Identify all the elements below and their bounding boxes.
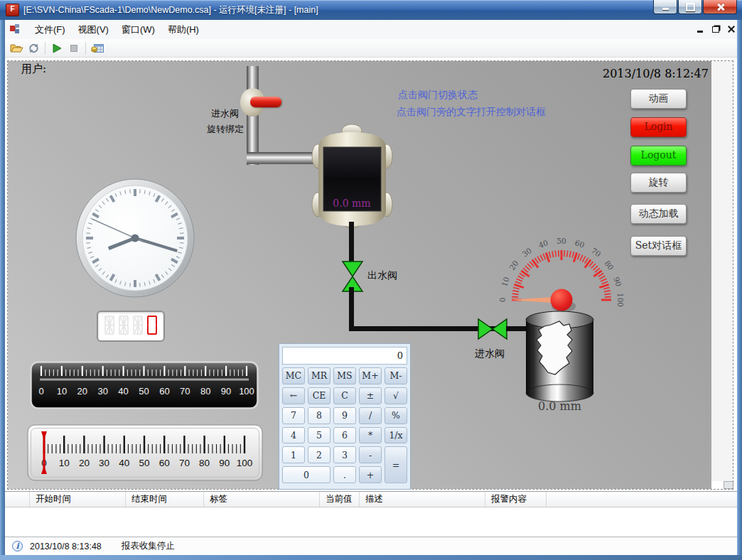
calc-key-+[interactable]: +: [359, 466, 382, 483]
tank1-vessel: 0.0 mm: [311, 124, 393, 232]
calc-key-=[interactable]: =: [385, 446, 407, 483]
dynamic-load-button[interactable]: 动态加载: [630, 204, 687, 224]
calc-key-MS[interactable]: MS: [333, 367, 356, 384]
calc-key-3[interactable]: 3: [333, 446, 356, 463]
info-icon: i: [12, 541, 23, 551]
calc-key-*[interactable]: *: [359, 427, 382, 444]
calculator: 0 MCMRMSM+M-←CEC±√789/%456*1/x123-=0.+: [279, 343, 411, 490]
digital-display: [97, 311, 165, 342]
menu-item-file[interactable]: 文件(F): [28, 21, 72, 39]
titlebar: F [E:\SVN-China\FScada-1\Demo\NewDemo.cs…: [0, 0, 742, 20]
calc-key-5[interactable]: 5: [308, 427, 330, 444]
statusbar-time: 2013/10/8 8:13:48: [30, 542, 102, 551]
close-button[interactable]: [703, 0, 737, 14]
toolbar-stop-button[interactable]: [65, 41, 82, 56]
toolbar-report-view-button[interactable]: [89, 41, 106, 56]
calc-key-MR[interactable]: MR: [308, 367, 330, 384]
outlet-pipe-1: [349, 222, 354, 263]
inlet-valve-handle[interactable]: [250, 97, 281, 107]
calc-key-±[interactable]: ±: [359, 387, 382, 404]
animate-button[interactable]: 动画: [630, 89, 687, 109]
calc-key-.[interactable]: .: [333, 466, 356, 483]
alarm-column-header-5[interactable]: 描述: [360, 492, 485, 507]
digit-off: [131, 314, 144, 339]
calc-key-4[interactable]: 4: [282, 427, 305, 444]
calc-key-0[interactable]: 0: [282, 466, 330, 483]
calc-key-CE[interactable]: CE: [308, 387, 330, 404]
mdi-minimize-button[interactable]: [695, 24, 705, 34]
toolbar-open-file-button[interactable]: [8, 41, 25, 56]
rotate-button[interactable]: 旋转: [630, 173, 687, 193]
digit-off: [103, 314, 116, 339]
calc-key-8[interactable]: 8: [308, 407, 330, 424]
inlet-valve-label[interactable]: 进水阀: [211, 107, 239, 120]
calc-key-M+[interactable]: M+: [359, 367, 382, 384]
calc-key-2[interactable]: 2: [308, 446, 330, 463]
svg-text:20: 20: [79, 458, 90, 468]
menu-item-window[interactable]: 窗口(W): [115, 21, 161, 39]
svg-text:50: 50: [139, 386, 149, 397]
hint-text-2: 点击阀门旁的文字打开控制对话框: [397, 106, 546, 119]
open-file-icon: [10, 43, 23, 54]
alarm-column-header-2[interactable]: 结束时间: [126, 492, 204, 507]
report-view-icon: [91, 43, 104, 54]
alarm-column-header-6[interactable]: 报警内容: [485, 492, 547, 507]
set-dialog-button[interactable]: Set对话框: [630, 236, 687, 256]
application-window: F [E:\SVN-China\FScada-1\Demo\NewDemo.cs…: [0, 0, 742, 560]
calc-key--[interactable]: -: [359, 446, 382, 463]
svg-text:40: 40: [119, 458, 129, 468]
minimize-button[interactable]: [653, 0, 677, 14]
calc-key-←[interactable]: ←: [282, 387, 305, 404]
svg-text:10: 10: [57, 386, 67, 397]
mdi-close-button[interactable]: [726, 24, 736, 34]
menu-item-view[interactable]: 视图(V): [72, 21, 115, 39]
alarm-column-header-filler: [547, 492, 737, 507]
inlet-valve-bottom[interactable]: [477, 317, 508, 344]
alarm-column-header-1[interactable]: 开始时间: [30, 492, 126, 507]
alarm-table-header: 开始时间结束时间标签当前值描述报警内容: [5, 492, 737, 507]
calc-key-9[interactable]: 9: [333, 407, 356, 424]
user-label: 用户:: [21, 63, 46, 76]
alarm-column-header-3[interactable]: 标签: [204, 492, 320, 507]
window-border-bottom: [0, 555, 742, 560]
svg-text:0: 0: [498, 298, 507, 303]
calc-key-MC[interactable]: MC: [282, 367, 305, 384]
login-button[interactable]: Login: [630, 117, 687, 137]
outlet-valve-label[interactable]: 出水阀: [367, 269, 397, 282]
close-icon: [716, 3, 724, 11]
calc-key-%[interactable]: %: [385, 407, 407, 424]
calc-key-6[interactable]: 6: [333, 427, 356, 444]
toolbar-refresh-button[interactable]: [25, 41, 42, 56]
svg-text:100: 100: [237, 458, 253, 468]
calc-key-C[interactable]: C: [333, 387, 356, 404]
svg-text:70: 70: [180, 386, 190, 397]
inlet-valve-bottom-label[interactable]: 进水阀: [475, 348, 505, 360]
svg-text:50: 50: [139, 458, 149, 468]
stop-icon: [68, 43, 80, 54]
window-title: [E:\SVN-China\FScada-1\Demo\NewDemo.csa]…: [23, 4, 318, 16]
statusbar: i 2013/10/8 8:13:48 报表收集停止: [5, 537, 737, 555]
maximize-button[interactable]: [678, 0, 702, 14]
toolbar-run-button[interactable]: [48, 41, 65, 56]
logout-button[interactable]: Logout: [630, 146, 687, 166]
svg-text:70: 70: [590, 246, 603, 259]
menu-item-help[interactable]: 帮助(H): [161, 21, 205, 39]
calc-key-√[interactable]: √: [385, 387, 407, 404]
svg-text:0: 0: [38, 386, 43, 397]
calc-key-M-[interactable]: M-: [385, 367, 407, 384]
app-icon: F: [6, 4, 19, 16]
calc-key-1[interactable]: 1: [282, 446, 305, 463]
inlet-valve-binding-label[interactable]: 旋转绑定: [207, 123, 244, 136]
mdi-child-icon: [10, 24, 21, 35]
svg-text:10: 10: [500, 276, 511, 287]
svg-text:80: 80: [200, 386, 210, 397]
calc-key-7[interactable]: 7: [282, 407, 305, 424]
mdi-minimize-icon: [697, 31, 703, 33]
calc-key-1/x[interactable]: 1/x: [385, 427, 407, 444]
mdi-restore-button[interactable]: [711, 24, 721, 34]
window-border-left: [0, 20, 5, 555]
calc-key-/[interactable]: /: [359, 407, 382, 424]
alarm-column-header-0[interactable]: [5, 492, 30, 507]
svg-text:20: 20: [77, 386, 87, 397]
alarm-column-header-4[interactable]: 当前值: [320, 492, 360, 507]
